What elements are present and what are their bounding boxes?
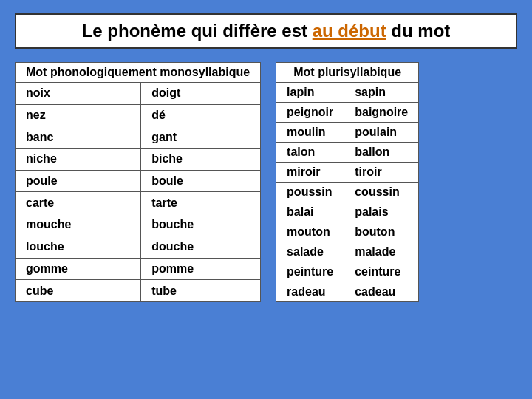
right-table-col2: tiroir — [344, 163, 419, 183]
tables-row: Mot phonologiquement monosyllabique noix… — [15, 62, 517, 302]
table-row: cartetarte — [16, 192, 261, 214]
title-before: Le phonème qui diffère est — [82, 21, 313, 41]
right-table-col1: mouton — [276, 222, 344, 242]
left-table-col1: poule — [16, 170, 141, 192]
title-highlight: au début — [313, 21, 386, 41]
table-row: radeaucadeau — [276, 282, 419, 302]
title-box: Le phonème qui diffère est au début du m… — [15, 13, 517, 49]
left-table-col2: dé — [141, 104, 261, 126]
left-table-col2: bouche — [141, 214, 261, 236]
left-table-col1: cube — [16, 280, 141, 302]
table-row: mouchebouche — [16, 214, 261, 236]
right-table-col1: miroir — [276, 163, 344, 183]
right-table-col2: ballon — [344, 143, 419, 163]
table-row: peintureceinture — [276, 262, 419, 282]
right-table-col2: cadeau — [344, 282, 419, 302]
table-row: nichebiche — [16, 149, 261, 171]
table-row: peignoirbaignoire — [276, 103, 419, 123]
left-table-col1: mouche — [16, 214, 141, 236]
left-table-col2: tarte — [141, 192, 261, 214]
right-table-col1: peignoir — [276, 103, 344, 123]
title-after: du mot — [386, 21, 451, 41]
title-text: Le phonème qui diffère est au début du m… — [82, 21, 451, 41]
left-table-col2: douche — [141, 236, 261, 258]
right-table-col1: talon — [276, 143, 344, 163]
left-table-col2: biche — [141, 149, 261, 171]
right-table-col2: palais — [344, 202, 419, 222]
table-row: lapinsapin — [276, 83, 419, 103]
left-table-col2: gant — [141, 126, 261, 149]
right-table-col1: moulin — [276, 123, 344, 143]
right-table-col1: balai — [276, 202, 344, 222]
right-table-col1: salade — [276, 242, 344, 262]
table-row: salademalade — [276, 242, 419, 262]
right-table-col2: sapin — [344, 83, 419, 103]
left-table-col1: niche — [16, 149, 141, 171]
table-row: poussincoussin — [276, 183, 419, 202]
right-table-col2: malade — [344, 242, 419, 262]
left-table-col2: tube — [141, 280, 261, 302]
table-row: moulinpoulain — [276, 123, 419, 143]
right-table-col2: baignoire — [344, 103, 419, 123]
right-table-col1: radeau — [276, 282, 344, 302]
left-table-col1: gomme — [16, 258, 141, 280]
left-table-col2: boule — [141, 170, 261, 192]
table-row: balaipalais — [276, 202, 419, 222]
left-table-col2: pomme — [141, 258, 261, 280]
right-table-col2: bouton — [344, 222, 419, 242]
right-table-col1: poussin — [276, 183, 344, 202]
table-row: cubetube — [16, 280, 261, 302]
table-row: louchedouche — [16, 236, 261, 258]
table-row: bancgant — [16, 126, 261, 149]
table-row: nezdé — [16, 104, 261, 126]
right-table: Mot plurisyllabique lapinsapinpeignoirba… — [276, 62, 419, 302]
left-table-col2: doigt — [141, 83, 261, 105]
right-table-col2: poulain — [344, 123, 419, 143]
right-table-col1: lapin — [276, 83, 344, 103]
left-table-col1: nez — [16, 104, 141, 126]
table-row: noixdoigt — [16, 83, 261, 105]
right-table-col2: ceinture — [344, 262, 419, 282]
table-row: miroirtiroir — [276, 163, 419, 183]
left-table-header: Mot phonologiquement monosyllabique — [16, 63, 261, 83]
left-table-col1: carte — [16, 192, 141, 214]
right-table-col2: coussin — [344, 183, 419, 202]
right-table-header: Mot plurisyllabique — [276, 63, 419, 83]
right-table-col1: peinture — [276, 262, 344, 282]
table-row: gommepomme — [16, 258, 261, 280]
left-table-col1: banc — [16, 126, 141, 149]
table-row: talonballon — [276, 143, 419, 163]
left-table-col1: louche — [16, 236, 141, 258]
table-row: pouleboule — [16, 170, 261, 192]
table-row: moutonbouton — [276, 222, 419, 242]
left-table: Mot phonologiquement monosyllabique noix… — [15, 62, 261, 302]
left-table-col1: noix — [16, 83, 141, 105]
